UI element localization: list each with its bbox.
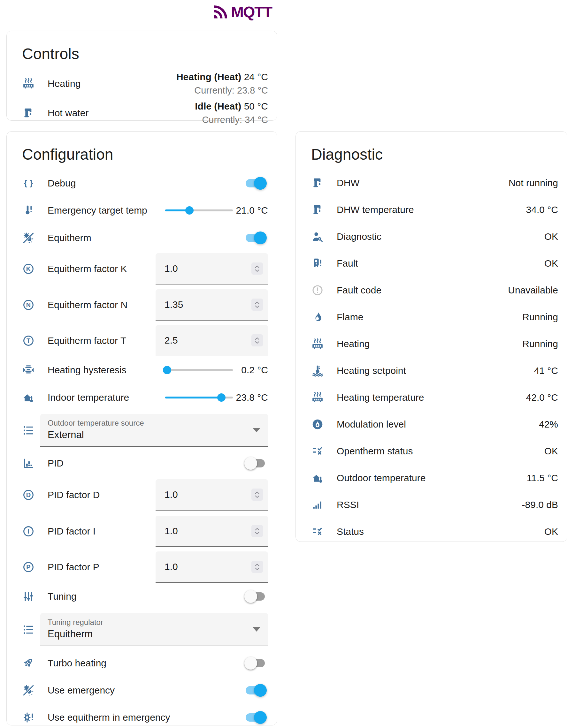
fire-icon [311,311,324,323]
config-row-pid: PID [22,449,268,477]
mqtt-logo-text: MQTT [231,3,272,21]
diagnostic-row-flame: Flame Running [311,304,558,330]
number-spinner[interactable] [251,334,263,347]
pid-factor-p-input[interactable]: 1.0 [156,551,268,583]
thermometer-alert-icon [22,204,35,217]
code-braces-icon [22,177,35,190]
dropdown-arrow-icon [253,627,260,631]
radiator-icon [311,337,324,350]
emergency-target-temp-slider[interactable] [165,204,233,217]
alert-circle-outline-icon [311,284,324,297]
diagnostic-row-fault: Fault OK [311,250,558,277]
rocket-icon [22,657,35,669]
radiator-icon [311,391,324,404]
diagnostic-card: Diagnostic DHW Not running DHW temperatu… [296,131,567,542]
configuration-card: Configuration Debug Emergency target tem… [6,131,277,725]
config-row-equitherm-factor-t: Equitherm factor T 2.5 [22,325,268,356]
number-spinner[interactable] [251,262,263,275]
diagnostic-row-rssi: RSSI -89.0 dB [311,492,558,518]
config-row-heating-hysteresis: Heating hysteresis 0.2 °C [22,356,268,384]
controls-card: Controls Heating Heating (Heat) 24 °C Cu… [6,31,277,121]
config-row-tuning: Tuning [22,583,268,610]
control-label: Heating [47,78,176,89]
alpha-d-circle-icon [22,488,35,501]
turbo-heating-toggle[interactable] [246,659,265,667]
equitherm-toggle[interactable] [246,234,265,242]
control-row-heating[interactable]: Heating Heating (Heat) 24 °C Currently: … [22,69,268,98]
diagnostic-row-dhw: DHW Not running [311,170,558,196]
config-row-pid-factor-d: PID factor D 1.0 [22,479,268,511]
control-label: Hot water [47,108,195,118]
use-emergency-toggle[interactable] [246,686,265,694]
config-row-pid-factor-i: PID factor I 1.0 [22,516,268,547]
config-row-outdoor-temperature-source: Outdoor temperature source External [22,414,268,447]
arrow-collapse-horizontal-icon [22,364,35,376]
diagnostic-row-opentherm-status: Opentherm status OK [311,438,558,465]
diagnostic-row-heating-temperature: Heating temperature 42.0 °C [311,384,558,411]
water-boiler-alert-icon [311,257,324,270]
signal-icon [311,499,324,511]
equitherm-factor-n-input[interactable]: 1.35 [156,289,268,321]
page: MQTT Controls Heating Heating (Heat) 24 … [0,0,575,728]
alpha-i-circle-icon [22,525,35,538]
list-status-icon [311,445,324,458]
debug-toggle[interactable] [246,179,265,187]
alpha-t-circle-icon [22,334,35,347]
control-row-hot-water[interactable]: Hot water Idle (Heat) 50 °C Currently: 3… [22,98,268,128]
alpha-n-circle-icon [22,298,35,311]
list-status-icon [311,525,324,538]
diagnostic-row-fault-code: Fault code Unavailable [311,277,558,304]
pid-toggle[interactable] [246,459,265,468]
diagnostic-row-heating: Heating Running [311,330,558,357]
config-row-debug: Debug [22,170,268,197]
config-row-emergency-target-temp: Emergency target temp 21.0 °C [22,197,268,224]
tuning-regulator-select[interactable]: Tuning regulator Equitherm [40,613,268,646]
number-spinner[interactable] [251,488,263,501]
water-tap-icon [311,204,324,216]
config-row-use-equitherm-in-emergency: Use equitherm in emergency [22,704,268,728]
snowflake-alert-icon [22,711,35,724]
control-currently: Currently: 34 °C [195,114,268,125]
fire-circle-icon [311,418,324,431]
water-tap-icon [311,177,324,189]
pid-factor-i-input[interactable]: 1.0 [156,516,268,547]
tuning-toggle[interactable] [246,592,265,600]
sun-snowflake-icon [22,231,35,244]
config-row-pid-factor-p: PID factor P 1.0 [22,551,268,583]
home-thermometer-outline-icon [311,472,324,484]
config-row-tuning-regulator: Tuning regulator Equitherm [22,613,268,646]
pid-factor-d-input[interactable]: 1.0 [156,479,268,511]
indoor-temperature-slider[interactable] [165,391,233,405]
configuration-title: Configuration [22,146,268,163]
radiator-icon [22,77,35,90]
equitherm-factor-k-input[interactable]: 1.0 [156,253,268,285]
number-spinner[interactable] [251,298,263,311]
outdoor-temperature-source-select[interactable]: Outdoor temperature source External [40,414,268,447]
diagnostic-row-heating-setpoint: Heating setpoint 41 °C [311,357,558,384]
tune-vertical-icon [22,590,35,603]
config-row-equitherm-factor-k: Equitherm factor K 1.0 [22,253,268,285]
number-spinner[interactable] [251,525,263,537]
controls-title: Controls [22,45,268,63]
slider-value: 21.0 °C [235,204,268,217]
mqtt-logo: MQTT [212,3,272,21]
thermometer-water-icon [311,364,324,377]
config-row-use-emergency: Use emergency [22,677,268,704]
water-tap-icon [22,107,35,119]
heating-hysteresis-slider[interactable] [165,363,233,377]
number-spinner[interactable] [251,561,263,573]
alpha-k-circle-icon [22,262,35,275]
config-row-indoor-temperature: Indoor temperature 23.8 °C [22,384,268,411]
slider-value: 0.2 °C [235,364,268,376]
slider-value: 23.8 °C [235,392,268,404]
control-value: Heating (Heat) 24 °C Currently: 23.8 °C [176,71,268,96]
chart-histogram-icon [22,457,35,470]
sun-snowflake-icon [22,684,35,697]
diagnostic-row-outdoor-temperature: Outdoor temperature 11.5 °C [311,465,558,492]
equitherm-factor-t-input[interactable]: 2.5 [156,325,268,356]
use-equitherm-in-emergency-toggle[interactable] [246,713,265,722]
control-value: Idle (Heat) 50 °C Currently: 34 °C [195,101,268,125]
config-row-turbo-heating: Turbo heating [22,650,268,677]
home-thermometer-icon [22,391,35,404]
list-bulleted-icon [22,424,35,437]
